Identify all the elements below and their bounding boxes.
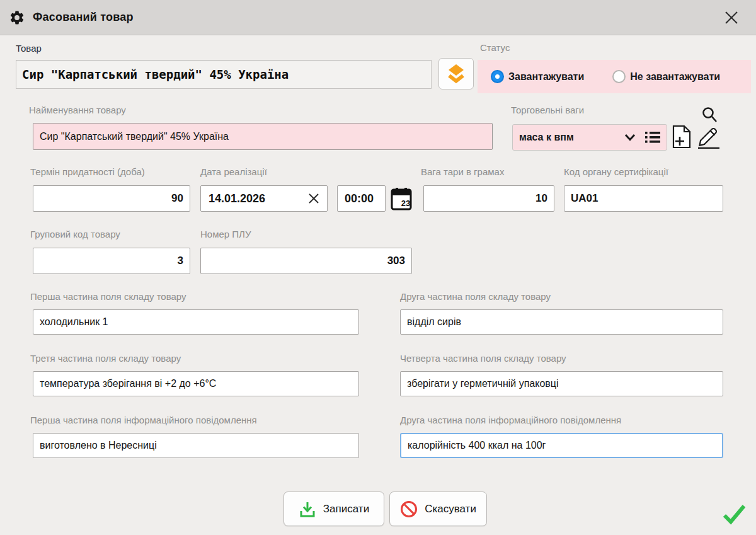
cancel-no-entry-icon	[400, 500, 418, 518]
info1-label: Перша частина поля інформаційного повідо…	[30, 415, 257, 425]
cert-code-input[interactable]	[564, 185, 723, 212]
cert-code-label: Код органу сертифікації	[564, 166, 668, 177]
sale-time-value: 00:00	[345, 192, 385, 205]
info1-input[interactable]	[33, 433, 359, 458]
group-code-input[interactable]	[33, 248, 190, 274]
composition4-input[interactable]	[400, 371, 723, 396]
save-button-label: Записати	[323, 503, 369, 515]
shelf-life-input[interactable]	[33, 185, 190, 212]
scales-selected-value: маса к впм	[519, 132, 624, 143]
save-download-icon	[299, 500, 316, 518]
tare-weight-input[interactable]	[423, 185, 554, 212]
sale-time-input[interactable]: 00:00	[337, 185, 386, 212]
composition4-label: Четверта частина поля складу товару	[400, 353, 566, 364]
product-picker-button[interactable]	[438, 58, 474, 89]
composition1-label: Перша частина поля складу товару	[30, 291, 186, 302]
radio-selected-icon	[491, 70, 504, 83]
confirm-check-icon[interactable]	[721, 503, 747, 526]
product-input[interactable]	[16, 60, 432, 89]
packaged-goods-dialog: Фасований товар Товар Статус Завантажува…	[0, 0, 756, 535]
composition3-input[interactable]	[33, 371, 359, 396]
cancel-button[interactable]: Скасувати	[389, 492, 487, 526]
list-icon	[645, 131, 660, 144]
sale-date-value: 14.01.2026	[209, 192, 308, 205]
add-document-icon[interactable]	[672, 125, 692, 149]
gear-icon	[9, 9, 25, 26]
scales-combobox[interactable]: маса к впм	[512, 124, 667, 151]
status-panel: Завантажувати Не завантажувати	[478, 60, 751, 93]
calendar-icon[interactable]: 23	[391, 187, 412, 210]
cancel-button-label: Скасувати	[425, 503, 476, 515]
dialog-title: Фасований товар	[33, 11, 134, 24]
composition2-input[interactable]	[400, 309, 723, 335]
status-label: Статус	[480, 42, 510, 53]
shelf-life-label: Термін придатності (доба)	[30, 166, 145, 177]
tare-weight-label: Вага тари в грамах	[421, 166, 504, 177]
composition3-label: Третя частина поля складу товару	[30, 353, 181, 364]
layers-icon	[446, 63, 466, 84]
group-code-label: Груповий код товару	[30, 229, 120, 239]
calendar-day-number: 23	[401, 198, 410, 208]
sale-date-input[interactable]: 14.01.2026	[200, 185, 328, 212]
save-button[interactable]: Записати	[284, 492, 384, 526]
edit-pencil-icon[interactable]	[696, 125, 721, 149]
product-label: Товар	[16, 43, 42, 54]
plu-number-input[interactable]	[200, 248, 412, 274]
info2-input[interactable]	[400, 433, 723, 458]
plu-number-label: Номер ПЛУ	[200, 229, 251, 239]
composition2-label: Друга частина поля складу товару	[400, 291, 551, 302]
radio-label-load: Завантажувати	[508, 71, 584, 83]
info2-label: Друга частина поля інформаційного повідо…	[400, 415, 621, 425]
goods-name-input[interactable]	[33, 123, 493, 150]
goods-name-label: Найменування товару	[29, 105, 126, 115]
title-bar: Фасований товар	[0, 0, 756, 35]
clear-x-icon[interactable]	[308, 193, 319, 204]
close-icon	[723, 10, 740, 25]
radio-option-no-load[interactable]: Не завантажувати	[612, 70, 720, 83]
scales-label: Торговельні ваги	[511, 105, 584, 115]
composition1-input[interactable]	[33, 309, 359, 335]
chevron-down-icon	[624, 133, 636, 142]
close-button[interactable]	[721, 8, 742, 28]
sale-date-label: Дата реалізації	[200, 166, 267, 177]
radio-label-no-load: Не завантажувати	[630, 71, 720, 83]
radio-option-load[interactable]: Завантажувати	[491, 70, 584, 83]
search-icon[interactable]	[701, 106, 718, 124]
radio-unselected-icon	[612, 70, 626, 83]
